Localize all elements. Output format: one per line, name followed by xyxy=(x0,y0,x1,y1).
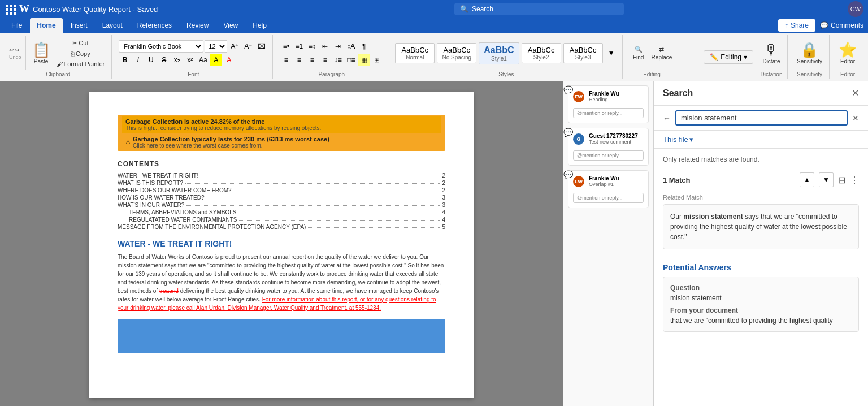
show-formatting-button[interactable]: ¶ xyxy=(358,40,370,53)
pencil-icon: ✏️ xyxy=(710,53,718,61)
numbering-button[interactable]: ≡1 xyxy=(293,40,305,53)
styles-group-content: AaBbCc Normal AaBbCc No Spacing AaBbC St… xyxy=(395,36,617,70)
align-right-button[interactable]: ≡ xyxy=(306,54,318,66)
match-highlight: mission statement xyxy=(683,213,743,221)
borders-button[interactable]: ⊞ xyxy=(371,54,383,66)
font-name-select[interactable]: Franklin Gothic Book xyxy=(119,40,203,53)
main-area: Garbage Collection is active 24.82% of t… xyxy=(0,81,868,406)
styles-expand-button[interactable]: ▼ xyxy=(605,47,618,59)
italic-button[interactable]: I xyxy=(132,54,144,66)
line-spacing-button[interactable]: ↕≡ xyxy=(332,54,344,66)
scope-button[interactable]: This file ▾ xyxy=(663,135,693,144)
dictate-button[interactable]: 🎙 Dictate xyxy=(760,41,783,66)
strikethrough-button[interactable]: S xyxy=(158,54,170,66)
bold-button[interactable]: B xyxy=(119,54,131,66)
underline-button[interactable]: U xyxy=(145,54,157,66)
increase-indent-button[interactable]: ⇥ xyxy=(332,40,344,53)
search-close-button[interactable]: ✕ xyxy=(852,88,859,98)
nav-down-button[interactable]: ▼ xyxy=(819,172,834,187)
paste-icon: 📋 xyxy=(32,42,50,57)
superscript-button[interactable]: x² xyxy=(184,54,196,66)
editor-button[interactable]: ⭐ Editor xyxy=(836,41,859,66)
decrease-indent-button[interactable]: ⇤ xyxy=(319,40,331,53)
style-1[interactable]: AaBbC Style1 xyxy=(479,42,519,64)
paragraph-group-content: ≡• ≡1 ≡↕ ⇤ ⇥ ↕A ¶ ≡ ≡ ≡ ≡ ↕≡ □≡ ▦ ⊞ xyxy=(280,36,383,70)
chevron-down-icon: ▾ xyxy=(744,53,747,61)
comment-bubble-2[interactable]: 💬 xyxy=(563,128,573,137)
alert-1[interactable]: Garbage Collection is active 24.82% of t… xyxy=(122,116,441,133)
tab-home[interactable]: Home xyxy=(30,18,62,33)
undo-label: Undo xyxy=(9,54,21,60)
comment-2-role: Test new comment xyxy=(589,139,638,145)
font-color-button[interactable]: A xyxy=(223,54,235,66)
format-painter-button[interactable]: 🖌 Format Painter xyxy=(54,59,107,68)
filter-button[interactable]: ⊟ xyxy=(838,175,845,185)
comment-bubble-3[interactable]: 💬 xyxy=(563,170,573,179)
toc-item-3: HOW IS OUR WATER TREATED? 3 xyxy=(118,195,445,201)
apps-icon[interactable] xyxy=(5,3,16,15)
font-size-select[interactable]: 12 xyxy=(205,40,227,53)
match-card[interactable]: Our mission statement says that we are "… xyxy=(663,204,859,249)
tab-help[interactable]: Help xyxy=(246,18,274,33)
shading-button[interactable]: ▦ xyxy=(358,54,370,66)
more-options-button[interactable]: ⋮ xyxy=(850,175,859,185)
increase-font-button[interactable]: A⁺ xyxy=(228,40,241,53)
find-button[interactable]: 🔍 Find xyxy=(630,45,648,62)
search-bar[interactable]: 🔍 Search xyxy=(454,3,624,15)
highlight-button[interactable]: A xyxy=(210,54,222,66)
subscript-button[interactable]: x₂ xyxy=(171,54,183,66)
nav-up-button[interactable]: ▲ xyxy=(800,172,814,187)
undo-icon: ↩ xyxy=(9,47,14,53)
replace-button[interactable]: ⇄ Replace xyxy=(649,45,675,62)
comment-3-reply[interactable] xyxy=(573,193,644,203)
style-3[interactable]: AaBbCc Style3 xyxy=(563,43,603,63)
tab-file[interactable]: File xyxy=(5,18,29,33)
search-input[interactable] xyxy=(675,110,848,126)
comment-3-role: Overlap #1 xyxy=(589,182,619,187)
related-match-label: Related Match xyxy=(663,194,859,201)
document-area[interactable]: Garbage Collection is active 24.82% of t… xyxy=(0,81,563,406)
justify-button[interactable]: ≡ xyxy=(319,54,331,66)
tab-view[interactable]: View xyxy=(216,18,245,33)
style-normal[interactable]: AaBbCc Normal xyxy=(395,43,435,63)
editing-mode-button[interactable]: ✏️ Editing ▾ xyxy=(704,50,753,64)
section-heading: WATER - WE TREAT IT RIGHT! xyxy=(118,239,445,248)
align-center-button[interactable]: ≡ xyxy=(293,54,305,66)
style-2[interactable]: AaBbCc Style2 xyxy=(522,43,561,63)
cut-button[interactable]: ✂ Cut xyxy=(54,38,107,48)
bullets-button[interactable]: ≡• xyxy=(280,40,292,53)
comments-button[interactable]: 💬 Comments xyxy=(820,21,863,29)
font-controls: Franklin Gothic Book 12 A⁺ A⁻ ⌧ B I U S … xyxy=(119,40,268,66)
search-clear-button[interactable]: ✕ xyxy=(852,114,859,123)
dictation-group: 🎙 Dictate Dictation xyxy=(756,35,788,79)
alert-2[interactable]: ⚠ Garbage Collection typically lasts for… xyxy=(122,135,441,150)
change-case-button[interactable]: Aa xyxy=(197,54,209,66)
comment-bubble-1[interactable]: 💬 xyxy=(563,85,573,94)
comment-1-author: Frankie Wu xyxy=(589,90,619,97)
comment-1-header: FW Frankie Wu Heading xyxy=(573,90,644,102)
comment-2-reply[interactable] xyxy=(573,150,644,161)
comment-1-reply[interactable] xyxy=(573,108,644,118)
copy-button[interactable]: ⎘ Copy xyxy=(54,49,107,58)
editor-group-label: Editor xyxy=(840,71,855,77)
toc-item-5: TERMS, ABBREVIATIONS and SYMBOLS 4 xyxy=(118,209,445,215)
paste-button[interactable]: 📋 Paste xyxy=(30,41,53,66)
tab-review[interactable]: Review xyxy=(180,18,215,33)
toc-title: CONTENTS xyxy=(118,160,445,168)
tab-insert[interactable]: Insert xyxy=(64,18,94,33)
share-button[interactable]: ↑ Share xyxy=(778,19,815,32)
align-left-button[interactable]: ≡ xyxy=(280,54,292,66)
tab-references[interactable]: References xyxy=(131,18,179,33)
decrease-font-button[interactable]: A⁻ xyxy=(242,40,254,53)
styles-label: Styles xyxy=(498,71,514,77)
search-back-button[interactable]: ← xyxy=(663,114,671,123)
sort-button[interactable]: ↕A xyxy=(345,40,357,53)
tab-layout[interactable]: Layout xyxy=(96,18,129,33)
editing-group: 🔍 Find ⇄ Replace Editing xyxy=(625,35,680,79)
style-no-spacing[interactable]: AaBbCc No Spacing xyxy=(437,43,476,63)
clear-formatting-button[interactable]: ⌧ xyxy=(255,40,268,53)
style-1-label: Style1 xyxy=(484,55,514,62)
multilevel-button[interactable]: ≡↕ xyxy=(306,40,318,53)
paragraph-spacing-button[interactable]: □≡ xyxy=(345,54,357,66)
sensitivity-button[interactable]: 🔒 Sensitivity xyxy=(795,41,824,66)
